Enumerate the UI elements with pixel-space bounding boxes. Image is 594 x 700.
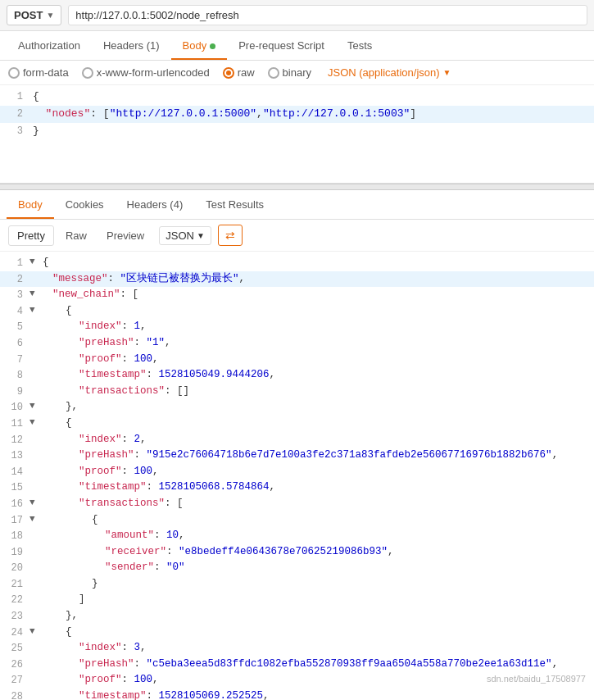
resp-line-13: 13 "preHash": "915e2c76064718b6e7d7e100a…: [0, 448, 594, 464]
section-separator: [0, 184, 594, 190]
collapse-arrow-17[interactable]: ▼: [29, 512, 39, 526]
tab-resp-body[interactable]: Body: [7, 190, 54, 219]
resp-line-14: 14 "proof": 100,: [0, 464, 594, 480]
tab-authorization[interactable]: Authorization: [7, 31, 92, 60]
json-select-arrow-icon: ▼: [197, 231, 205, 240]
radio-binary[interactable]: binary: [268, 66, 311, 79]
tab-resp-headers[interactable]: Headers (4): [116, 190, 195, 219]
request-tab-bar: Authorization Headers (1) Body Pre-reque…: [0, 31, 594, 61]
radio-urlencoded-circle: [82, 67, 93, 79]
resp-line-23: 23 },: [0, 608, 594, 625]
tab-prerequest[interactable]: Pre-request Script: [227, 31, 336, 60]
resp-line-12: 12 "index": 2,: [0, 432, 594, 448]
resp-line-9: 9 "transactions": []: [0, 384, 594, 400]
resp-line-27: 27 "proof": 100,: [0, 672, 594, 689]
radio-form-data-circle: [8, 67, 20, 79]
body-dot: [210, 43, 215, 49]
resp-line-2: 2 "message": "区块链已被替换为最长",: [0, 271, 594, 288]
collapse-arrow-24[interactable]: ▼: [29, 625, 39, 639]
resp-line-20: 20 "sender": "0": [0, 560, 594, 576]
method-button[interactable]: POST ▼: [7, 5, 61, 25]
radio-raw-circle: [223, 67, 234, 79]
tab-headers[interactable]: Headers (1): [92, 31, 171, 60]
format-bar: Pretty Raw Preview JSON ▼ ⇄: [0, 220, 594, 252]
resp-line-18: 18 "amount": 10,: [0, 528, 594, 544]
resp-line-11: 11 ▼ {: [0, 416, 594, 432]
response-section: Body Cookies Headers (4) Test Results Pr…: [0, 190, 594, 700]
tab-resp-test-results[interactable]: Test Results: [194, 190, 275, 219]
json-type-dropdown[interactable]: JSON (application/json) ▼: [328, 66, 451, 79]
method-label: POST: [14, 9, 43, 21]
resp-line-4: 4 ▼ {: [0, 303, 594, 320]
json-format-select[interactable]: JSON ▼: [159, 226, 211, 245]
wrap-button[interactable]: ⇄: [218, 225, 243, 246]
collapse-arrow-1[interactable]: ▼: [29, 255, 39, 269]
tab-resp-cookies[interactable]: Cookies: [54, 190, 116, 219]
radio-urlencoded[interactable]: x-www-form-urlencoded: [82, 66, 210, 79]
collapse-arrow-16[interactable]: ▼: [29, 496, 39, 510]
resp-line-19: 19 "receiver": "e8bedeff4e0643678e706252…: [0, 544, 594, 561]
pretty-button[interactable]: Pretty: [8, 225, 54, 246]
resp-line-8: 8 "timestamp": 1528105049.9444206,: [0, 367, 594, 384]
url-bar: POST ▼: [0, 0, 594, 31]
method-arrow-icon: ▼: [46, 11, 54, 20]
resp-line-17: 17 ▼ {: [0, 512, 594, 529]
response-tab-bar: Body Cookies Headers (4) Test Results: [0, 190, 594, 220]
req-line-1: 1 {: [0, 89, 594, 106]
resp-line-28: 28 "timestamp": 1528105069.252525,: [0, 689, 594, 700]
radio-binary-circle: [268, 67, 279, 79]
resp-line-26: 26 "preHash": "c5eba3eea5d83ffdc1082efba…: [0, 657, 594, 673]
radio-raw[interactable]: raw: [223, 66, 255, 79]
preview-button[interactable]: Preview: [98, 226, 152, 245]
resp-line-3: 3 ▼ "new_chain": [: [0, 287, 594, 303]
collapse-arrow-11[interactable]: ▼: [29, 416, 39, 430]
collapse-arrow-10[interactable]: ▼: [29, 399, 39, 413]
json-dropdown-arrow-icon: ▼: [443, 68, 451, 77]
response-body: 1 ▼ { 2 "message": "区块链已被替换为最长", 3 ▼ "ne…: [0, 252, 594, 700]
tab-tests[interactable]: Tests: [336, 31, 383, 60]
resp-line-25: 25 "index": 3,: [0, 640, 594, 657]
body-options-bar: form-data x-www-form-urlencoded raw bina…: [0, 61, 594, 85]
resp-line-22: 22 ]: [0, 592, 594, 608]
resp-line-6: 6 "preHash": "1",: [0, 335, 594, 352]
resp-line-15: 15 "timestamp": 1528105068.5784864,: [0, 480, 594, 496]
resp-line-7: 7 "proof": 100,: [0, 352, 594, 368]
resp-line-1: 1 ▼ {: [0, 255, 594, 271]
req-line-3: 3 }: [0, 123, 594, 140]
resp-line-24: 24 ▼ {: [0, 625, 594, 641]
radio-form-data[interactable]: form-data: [8, 66, 69, 79]
collapse-arrow-3[interactable]: ▼: [29, 287, 39, 301]
resp-line-21: 21 }: [0, 576, 594, 593]
collapse-arrow-4[interactable]: ▼: [29, 303, 39, 317]
resp-line-5: 5 "index": 1,: [0, 319, 594, 335]
resp-line-16: 16 ▼ "transactions": [: [0, 496, 594, 512]
wrap-icon: ⇄: [225, 229, 235, 242]
req-line-2: 2 "nodes": ["http://127.0.0.1:5000","htt…: [0, 106, 594, 123]
tab-body[interactable]: Body: [171, 31, 228, 60]
resp-line-10: 10 ▼ },: [0, 399, 594, 416]
request-body-editor[interactable]: 1 { 2 "nodes": ["http://127.0.0.1:5000",…: [0, 85, 594, 184]
raw-button[interactable]: Raw: [57, 226, 95, 245]
url-input[interactable]: [68, 5, 587, 25]
